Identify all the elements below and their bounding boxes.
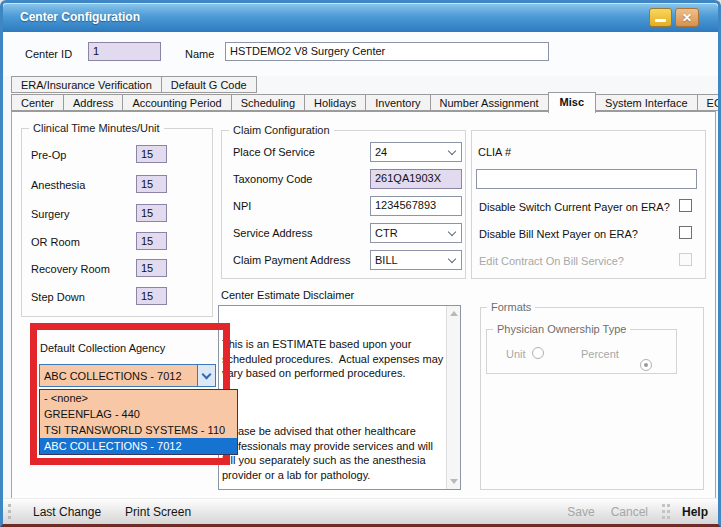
dropdown-option-greenflag[interactable]: GREENFLAG - 440 bbox=[40, 406, 237, 422]
anesthesia-field[interactable]: 15 bbox=[136, 175, 167, 193]
cancel-button: Cancel bbox=[611, 505, 648, 519]
surgery-field[interactable]: 15 bbox=[136, 204, 167, 222]
formats-group-title: Formats bbox=[487, 301, 535, 313]
anesthesia-label: Anesthesia bbox=[31, 179, 85, 191]
close-icon: ✕ bbox=[682, 11, 692, 25]
taxonomy-code-field[interactable]: 261QA1903X bbox=[370, 169, 462, 189]
place-of-service-dropdown-button[interactable] bbox=[443, 143, 461, 161]
tab-accounting-period[interactable]: Accounting Period bbox=[122, 94, 231, 111]
tab-era-insurance-verification[interactable]: ERA/Insurance Verification bbox=[11, 76, 162, 93]
chevron-down-icon bbox=[448, 254, 456, 262]
service-address-combobox[interactable]: CTR bbox=[370, 223, 462, 243]
surgery-label: Surgery bbox=[31, 208, 70, 220]
percent-radio bbox=[640, 359, 652, 371]
service-address-label: Service Address bbox=[233, 227, 312, 239]
edit-contract-on-bill-service-checkbox bbox=[679, 253, 692, 266]
collection-agency-dropdown-list: - <none> GREENFLAG - 440 TSI TRANSWORLD … bbox=[39, 389, 238, 455]
place-of-service-value: 24 bbox=[371, 146, 443, 158]
tab-inventory[interactable]: Inventory bbox=[365, 94, 430, 111]
scroll-up-icon[interactable] bbox=[450, 311, 458, 316]
title-bar: Center Configuration ✕ bbox=[3, 3, 718, 32]
service-address-dropdown-button[interactable] bbox=[443, 224, 461, 242]
tab-holidays[interactable]: Holidays bbox=[304, 94, 366, 111]
physician-ownership-type-title: Physician Ownership Type bbox=[493, 323, 630, 335]
chevron-down-icon bbox=[448, 146, 456, 154]
unit-radio bbox=[532, 347, 544, 359]
print-screen-button[interactable]: Print Screen bbox=[125, 505, 191, 519]
save-button: Save bbox=[567, 505, 594, 519]
chevron-down-icon bbox=[448, 227, 456, 235]
disclaimer-paragraph: Please be advised that other healthcare … bbox=[222, 424, 444, 482]
service-address-value: CTR bbox=[371, 227, 443, 239]
name-label: Name bbox=[185, 48, 214, 60]
disclaimer-scrollbar[interactable] bbox=[446, 306, 460, 489]
disable-switch-current-payer-checkbox[interactable] bbox=[679, 199, 692, 212]
place-of-service-label: Place Of Service bbox=[233, 146, 315, 158]
tab-default-g-code[interactable]: Default G Code bbox=[161, 76, 257, 93]
toolbar-separator-grip bbox=[662, 504, 670, 519]
tab-scheduling[interactable]: Scheduling bbox=[231, 94, 305, 111]
clia-field[interactable] bbox=[476, 169, 697, 189]
last-change-button[interactable]: Last Change bbox=[33, 505, 101, 519]
tab-address[interactable]: Address bbox=[63, 94, 123, 111]
dropdown-option-abc-collections[interactable]: ABC COLLECTIONS - 7012 bbox=[40, 438, 237, 454]
default-collection-agency-combobox[interactable]: ABC COLLECTIONS - 7012 bbox=[39, 364, 216, 387]
unit-radio-label: Unit bbox=[506, 348, 526, 360]
percent-radio-label: Percent bbox=[581, 348, 619, 360]
claim-payment-address-combobox[interactable]: BILL bbox=[370, 250, 462, 270]
chevron-down-icon bbox=[202, 369, 212, 379]
recovery-room-label: Recovery Room bbox=[31, 263, 110, 275]
help-button[interactable]: Help bbox=[682, 505, 708, 519]
disable-bill-next-payer-label: Disable Bill Next Payer on ERA? bbox=[479, 228, 638, 240]
window-title: Center Configuration bbox=[20, 10, 140, 24]
disable-bill-next-payer-checkbox[interactable] bbox=[679, 226, 692, 239]
minimize-button[interactable] bbox=[649, 8, 672, 27]
center-id-label: Center ID bbox=[25, 48, 72, 60]
tab-center[interactable]: Center bbox=[11, 94, 64, 111]
disclaimer-paragraph: This is an ESTIMATE based upon your sche… bbox=[222, 337, 444, 381]
combobox-dropdown-button[interactable] bbox=[197, 365, 215, 386]
dropdown-option-tsi-transworld[interactable]: TSI TRANSWORLD SYSTEMS - 110 bbox=[40, 422, 237, 438]
claim-configuration-group-title: Claim Configuration bbox=[229, 124, 334, 136]
minimize-icon bbox=[655, 19, 666, 22]
tab-misc[interactable]: Misc bbox=[548, 92, 596, 113]
recovery-room-field[interactable]: 15 bbox=[136, 259, 167, 277]
toolbar-grip-handle[interactable] bbox=[8, 504, 11, 519]
npi-label: NPI bbox=[233, 200, 251, 212]
center-configuration-dialog: Center Configuration ✕ Center ID 1 Name … bbox=[0, 0, 721, 527]
pre-op-label: Pre-Op bbox=[31, 149, 66, 161]
center-estimate-disclaimer-label: Center Estimate Disclaimer bbox=[221, 289, 354, 301]
combobox-selected-value: ABC COLLECTIONS - 7012 bbox=[40, 370, 197, 382]
or-room-label: OR Room bbox=[31, 236, 80, 248]
tab-ecs-claim[interactable]: ECS Claim bbox=[697, 94, 721, 111]
taxonomy-code-label: Taxonomy Code bbox=[233, 173, 313, 185]
step-down-field[interactable]: 15 bbox=[136, 287, 167, 305]
tab-row-secondary: ERA/Insurance Verification Default G Cod… bbox=[11, 76, 257, 93]
clia-label: CLIA # bbox=[478, 146, 511, 158]
tab-system-interface[interactable]: System Interface bbox=[595, 94, 698, 111]
tab-number-assignment[interactable]: Number Assignment bbox=[430, 94, 549, 111]
dropdown-option-none[interactable]: - <none> bbox=[40, 390, 237, 406]
claim-payment-address-value: BILL bbox=[371, 254, 443, 266]
center-id-field[interactable]: 1 bbox=[88, 42, 161, 61]
name-field[interactable]: HSTDEMO2 V8 Surgery Center bbox=[225, 42, 549, 61]
center-estimate-disclaimer-textarea[interactable]: This is an ESTIMATE based upon your sche… bbox=[218, 305, 461, 490]
edit-contract-on-bill-service-label: Edit Contract On Bill Service? bbox=[479, 255, 624, 267]
pre-op-field[interactable]: 15 bbox=[136, 145, 167, 163]
npi-field[interactable]: 1234567893 bbox=[370, 196, 462, 216]
default-collection-agency-label: Default Collection Agency bbox=[40, 342, 165, 354]
disable-switch-current-payer-label: Disable Switch Current Payer on ERA? bbox=[479, 201, 670, 213]
place-of-service-combobox[interactable]: 24 bbox=[370, 142, 462, 162]
bottom-toolbar: Last Change Print Screen Save Cancel Hel… bbox=[3, 498, 718, 524]
claim-payment-address-label: Claim Payment Address bbox=[233, 254, 350, 266]
claim-payment-address-dropdown-button[interactable] bbox=[443, 251, 461, 269]
clinical-time-group-title: Clinical Time Minutes/Unit bbox=[29, 122, 164, 134]
or-room-field[interactable]: 15 bbox=[136, 232, 167, 250]
step-down-label: Step Down bbox=[31, 291, 85, 303]
scroll-down-icon[interactable] bbox=[450, 479, 458, 484]
close-button[interactable]: ✕ bbox=[675, 8, 699, 27]
